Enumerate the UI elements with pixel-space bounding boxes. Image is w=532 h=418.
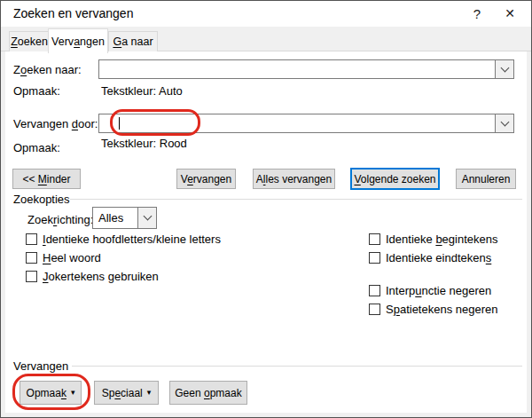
replace-dropdown-button[interactable]: [495, 114, 513, 132]
cancel-button-label: Annuleren: [462, 173, 511, 185]
search-options-group-label: Zoekopties: [13, 193, 70, 207]
tab-ga-naar-label: Ga naar: [113, 35, 153, 48]
chevron-down-icon: [500, 63, 509, 72]
search-direction-label: Zoekrichting:: [27, 213, 93, 227]
checkbox-box[interactable]: [26, 271, 37, 282]
checkbox-box[interactable]: [26, 233, 37, 245]
tab-zoeken-label: Zoeken: [11, 35, 48, 48]
checkbox-box[interactable]: [26, 252, 37, 264]
search-combobox[interactable]: [98, 59, 514, 79]
checkbox-box[interactable]: [369, 285, 380, 296]
tab-zoeken[interactable]: Zoeken: [9, 31, 50, 51]
checkbox-ignore-punctuation[interactable]: Interpunctie negeren: [369, 284, 491, 297]
special-button[interactable]: Speciaal ▾: [94, 381, 159, 405]
replace-label: Vervangen door:: [13, 117, 98, 131]
checkbox-box[interactable]: [369, 233, 380, 245]
tab-vervangen[interactable]: Vervangen: [48, 28, 108, 53]
checkbox-box[interactable]: [369, 252, 380, 264]
help-icon[interactable]: ?: [463, 1, 491, 27]
close-icon[interactable]: ✕: [496, 1, 524, 27]
window-frame-bottom: [1, 413, 531, 417]
checkbox-label[interactable]: Identieke begintekens: [386, 233, 498, 246]
chevron-down-icon: [143, 212, 152, 221]
replace-button[interactable]: Vervangen: [176, 169, 236, 189]
checkbox-match-prefix[interactable]: Identieke begintekens: [369, 233, 498, 246]
checkbox-label[interactable]: Identieke hoofdletters/kleine letters: [43, 233, 221, 246]
checkbox-label[interactable]: Spatietekens negeren: [386, 303, 498, 316]
replace-format-value: Tekstkleur: Rood: [101, 137, 187, 151]
search-direction-dropdown[interactable]: Alles: [92, 207, 157, 229]
chevron-down-icon: [500, 117, 509, 126]
annotation-replace-field: [110, 109, 200, 136]
checkbox-box[interactable]: [369, 304, 380, 315]
replace-button-label: Vervangen: [181, 173, 231, 185]
checkbox-label[interactable]: Identieke eindtekens: [386, 251, 491, 264]
replace-group-label: Vervangen: [13, 359, 68, 374]
dialog-title: Zoeken en vervangen: [13, 1, 133, 27]
find-next-button[interactable]: Volgende zoeken: [350, 168, 440, 190]
checkbox-label[interactable]: Heel woord: [43, 251, 101, 264]
checkbox-wildcards[interactable]: Jokertekens gebruiken: [26, 270, 159, 283]
search-input[interactable]: [102, 61, 491, 77]
window-frame-left: [1, 27, 5, 417]
find-next-button-label: Volgende zoeken: [354, 173, 435, 185]
search-dropdown-button[interactable]: [495, 60, 513, 78]
dropdown-arrow-icon: ▾: [147, 389, 152, 397]
no-format-button[interactable]: Geen opmaak: [169, 381, 247, 405]
less-button-label: << Minder: [22, 173, 70, 185]
search-label: Zoeken naar:: [13, 63, 82, 77]
window-frame-right: [527, 27, 531, 417]
search-direction-value: Alles: [98, 211, 123, 225]
find-replace-dialog: Zoeken en vervangen ? ✕ Zoeken Vervangen…: [0, 0, 532, 418]
search-options-divider: [70, 199, 522, 200]
special-button-label: Speciaal: [102, 387, 143, 399]
replace-all-button[interactable]: Alles vervangen: [253, 169, 335, 189]
replace-group-divider: [72, 366, 522, 367]
search-format-value: Tekstkleur: Auto: [101, 84, 183, 99]
titlebar[interactable]: Zoeken en vervangen ? ✕: [1, 1, 531, 27]
checkbox-label[interactable]: Jokertekens gebruiken: [43, 270, 159, 283]
checkbox-ignore-whitespace[interactable]: Spatietekens negeren: [369, 303, 498, 316]
tab-vervangen-label: Vervangen: [51, 35, 105, 48]
replace-format-label: Opmaak:: [13, 141, 60, 155]
direction-dropdown-button[interactable]: [137, 208, 156, 228]
tab-ga-naar[interactable]: Ga naar: [108, 31, 158, 51]
replace-all-button-label: Alles vervangen: [256, 173, 332, 185]
checkbox-match-suffix[interactable]: Identieke eindtekens: [369, 251, 491, 264]
annotation-format-button: [12, 374, 90, 410]
no-format-button-label: Geen opmaak: [175, 387, 241, 399]
cancel-button[interactable]: Annuleren: [456, 169, 516, 189]
checkbox-label[interactable]: Interpunctie negeren: [386, 284, 491, 297]
checkbox-whole-word[interactable]: Heel woord: [26, 251, 101, 264]
less-button[interactable]: << Minder: [12, 169, 81, 189]
search-format-label: Opmaak:: [13, 84, 60, 99]
checkbox-match-case[interactable]: Identieke hoofdletters/kleine letters: [26, 233, 221, 246]
